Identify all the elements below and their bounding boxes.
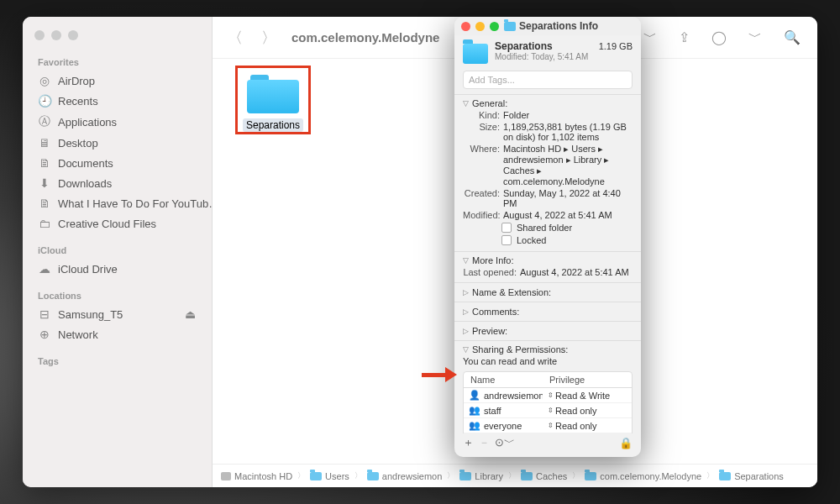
updown-icon[interactable]: ⇳ — [548, 391, 554, 399]
more-icon[interactable]: ﹀ — [743, 25, 767, 50]
lock-icon[interactable]: 🔒 — [619, 437, 633, 449]
favorites-label: Favorites — [23, 54, 212, 71]
group-icon: 👥 — [469, 405, 480, 416]
user-icon: 👤 — [469, 390, 480, 401]
sidebar-item-documents[interactable]: 🗎Documents — [23, 154, 212, 172]
locked-checkbox[interactable]: Locked — [501, 235, 633, 245]
sidebar-item-desktop[interactable]: 🖥Desktop — [23, 134, 212, 152]
highlight-annotation: Separations — [235, 66, 311, 134]
add-button[interactable]: ＋ — [463, 435, 474, 450]
zoom-dot[interactable] — [68, 30, 78, 40]
cloud-icon: ☁ — [38, 262, 51, 276]
sidebar-label: Creative Cloud Files — [58, 218, 156, 230]
path-item[interactable]: Caches — [536, 471, 567, 481]
sharing-text: You can read and write — [463, 354, 633, 371]
modified-label: Modified: — [463, 210, 503, 220]
updown-icon[interactable]: ⇳ — [548, 407, 554, 414]
folder-item-separations[interactable]: Separations — [235, 66, 311, 134]
path-bar[interactable]: Macintosh HD〉 Users〉 andrewsiemon〉 Libra… — [213, 464, 817, 487]
disclosure-icon[interactable]: ▽ — [463, 256, 469, 265]
path-item[interactable]: andrewsiemon — [382, 471, 443, 481]
where-value: Macintosh HD ▸ Users ▸ andrewsiemon ▸ Li… — [503, 144, 633, 186]
info-name: Separations — [495, 40, 553, 52]
folder-icon — [585, 472, 596, 480]
perm-row[interactable]: 👥everyone⇳Read only — [464, 418, 632, 433]
path-item[interactable]: Macintosh HD — [234, 471, 292, 481]
sidebar: Favorites ◎AirDrop 🕘Recents ⒶApplication… — [23, 17, 213, 487]
window-controls[interactable] — [23, 24, 212, 54]
sidebar-label: Documents — [58, 157, 113, 170]
size-label: Size: — [463, 122, 503, 142]
sidebar-item-samsung[interactable]: ⊟Samsung_T5⏏ — [23, 305, 212, 323]
group-icon: 👥 — [469, 420, 480, 431]
finder-window: Favorites ◎AirDrop 🕘Recents ⒶApplication… — [23, 17, 817, 487]
sidebar-item-youtube[interactable]: 🗎What I Have To Do For YouTub… — [23, 194, 212, 213]
perm-priv: Read only — [555, 421, 597, 431]
info-modified: Modified: Today, 5:41 AM — [495, 52, 633, 61]
info-title: Separations Info — [519, 20, 598, 32]
documents-icon: 🗎 — [38, 156, 51, 170]
tags-input[interactable]: Add Tags... — [463, 71, 633, 89]
sidebar-label: iCloud Drive — [58, 263, 118, 276]
disclosure-icon[interactable]: ▷ — [463, 288, 469, 297]
sidebar-label: Samsung_T5 — [58, 308, 123, 321]
path-item[interactable]: Library — [475, 471, 503, 481]
folder-icon — [367, 472, 379, 480]
section-label: Comments: — [472, 307, 519, 317]
path-item[interactable]: Users — [325, 471, 349, 481]
folder-icon — [463, 44, 488, 64]
info-panel: Separations Info Separations 1.19 GB Mod… — [454, 17, 641, 457]
kind-label: Kind: — [463, 110, 503, 120]
tag-icon[interactable]: ◯ — [706, 26, 732, 49]
perm-row[interactable]: 👤andrewsiemon…⇳Read & Write — [464, 388, 632, 403]
minimize-button[interactable] — [475, 22, 485, 31]
harddrive-icon — [221, 472, 231, 480]
share-icon[interactable]: ⇪ — [674, 26, 695, 49]
sidebar-item-applications[interactable]: ⒶApplications — [23, 112, 212, 132]
shared-folder-checkbox[interactable]: Shared folder — [501, 223, 633, 233]
section-label: More Info: — [472, 255, 514, 265]
close-button[interactable] — [461, 22, 470, 31]
folder-icon — [504, 22, 516, 31]
info-size: 1.19 GB — [599, 41, 633, 51]
perm-row[interactable]: 👥staff⇳Read only — [464, 403, 632, 418]
perm-user: andrewsiemon… — [484, 391, 543, 401]
forward-button[interactable]: 〉 — [258, 24, 280, 51]
sidebar-item-iclouddrive[interactable]: ☁iCloud Drive — [23, 260, 212, 278]
disclosure-icon[interactable]: ▷ — [463, 307, 469, 316]
folder-icon — [310, 472, 322, 480]
created-label: Created: — [463, 188, 503, 208]
info-titlebar[interactable]: Separations Info — [454, 17, 641, 35]
folder-label: Separations — [243, 118, 303, 132]
perm-user: everyone — [484, 421, 522, 431]
sidebar-item-ccfiles[interactable]: 🗀Creative Cloud Files — [23, 214, 212, 233]
remove-button[interactable]: － — [479, 435, 490, 450]
eject-icon[interactable]: ⏏ — [183, 307, 197, 321]
back-button[interactable]: 〈 — [224, 24, 246, 51]
close-dot[interactable] — [34, 30, 45, 40]
path-item[interactable]: Separations — [734, 471, 784, 481]
section-sharing: ▽Sharing & Permissions: You can read and… — [454, 340, 641, 433]
disclosure-icon[interactable]: ▽ — [463, 345, 469, 354]
airdrop-icon: ◎ — [38, 74, 51, 87]
disclosure-icon[interactable]: ▽ — [463, 99, 469, 108]
sidebar-item-downloads[interactable]: ⬇Downloads — [23, 174, 212, 192]
disclosure-icon[interactable]: ▷ — [463, 327, 469, 335]
section-preview: ▷Preview: — [454, 321, 641, 340]
sidebar-item-airdrop[interactable]: ◎AirDrop — [23, 71, 212, 90]
action-menu[interactable]: ⊙﹀ — [495, 435, 515, 450]
folder-icon — [719, 472, 731, 480]
document-icon: 🗎 — [38, 197, 51, 210]
path-item[interactable]: com.celemony.Melodyne — [600, 471, 701, 481]
zoom-button[interactable] — [490, 22, 499, 31]
minimize-dot[interactable] — [51, 30, 61, 40]
permissions-footer: ＋ － ⊙﹀ 🔒 — [454, 433, 641, 457]
perm-priv: Read & Write — [555, 391, 610, 401]
sidebar-item-recents[interactable]: 🕘Recents — [23, 92, 212, 110]
sidebar-item-network[interactable]: ⊕Network — [23, 325, 212, 344]
tags-label: Tags — [23, 353, 212, 370]
where-label: Where: — [463, 144, 503, 186]
search-icon[interactable]: 🔍 — [779, 26, 806, 49]
updown-icon[interactable]: ⇳ — [548, 422, 554, 429]
created-value: Sunday, May 1, 2022 at 4:40 PM — [503, 188, 633, 208]
